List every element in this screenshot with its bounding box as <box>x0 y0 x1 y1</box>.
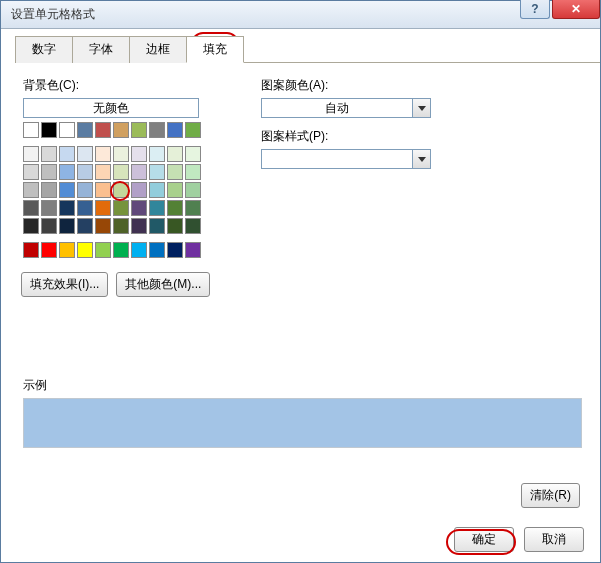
color-swatch[interactable] <box>113 218 129 234</box>
color-swatch[interactable] <box>131 122 147 138</box>
tab-numbers[interactable]: 数字 <box>15 36 73 63</box>
color-swatch[interactable] <box>23 146 39 162</box>
pattern-style-value <box>262 150 412 168</box>
color-swatch[interactable] <box>167 122 183 138</box>
color-swatch[interactable] <box>131 146 147 162</box>
color-swatch[interactable] <box>95 146 111 162</box>
color-swatch[interactable] <box>113 146 129 162</box>
color-swatch[interactable] <box>77 200 93 216</box>
color-swatch[interactable] <box>41 182 57 198</box>
color-swatch[interactable] <box>113 200 129 216</box>
more-colors-button[interactable]: 其他颜色(M)... <box>116 272 210 297</box>
titlebar: 设置单元格格式 ? ✕ <box>1 1 600 29</box>
color-swatch[interactable] <box>59 200 75 216</box>
color-swatch[interactable] <box>113 242 129 258</box>
example-swatch <box>23 398 582 448</box>
color-swatch[interactable] <box>41 146 57 162</box>
color-grid-theme-top <box>23 122 201 138</box>
background-color-panel: 背景色(C): 无颜色 <box>23 77 201 258</box>
close-button[interactable]: ✕ <box>552 0 600 19</box>
color-swatch[interactable] <box>131 200 147 216</box>
color-swatch[interactable] <box>77 122 93 138</box>
chevron-down-icon[interactable] <box>412 99 430 117</box>
chevron-down-icon[interactable] <box>412 150 430 168</box>
tab-strip: 数字 字体 边框 填充 <box>15 35 600 63</box>
tab-border[interactable]: 边框 <box>129 36 187 63</box>
cancel-button[interactable]: 取消 <box>524 527 584 552</box>
color-swatch[interactable] <box>113 164 129 180</box>
color-swatch[interactable] <box>95 200 111 216</box>
dialog-content: 背景色(C): 无颜色 图案颜色(A): 自动 图案样式(P): <box>1 63 600 258</box>
color-swatch[interactable] <box>23 122 39 138</box>
fill-effects-button[interactable]: 填充效果(I)... <box>21 272 108 297</box>
color-swatch[interactable] <box>95 182 111 198</box>
pattern-style-label: 图案样式(P): <box>261 128 431 145</box>
color-swatch[interactable] <box>95 164 111 180</box>
color-swatch[interactable] <box>59 218 75 234</box>
color-swatch[interactable] <box>149 218 165 234</box>
color-swatch[interactable] <box>185 164 201 180</box>
color-swatch[interactable] <box>185 122 201 138</box>
pattern-color-value: 自动 <box>262 99 412 117</box>
color-swatch[interactable] <box>41 218 57 234</box>
help-button[interactable]: ? <box>520 0 550 19</box>
color-swatch[interactable] <box>131 182 147 198</box>
color-swatch[interactable] <box>149 122 165 138</box>
color-swatch[interactable] <box>167 200 183 216</box>
color-swatch[interactable] <box>95 218 111 234</box>
color-swatch[interactable] <box>167 164 183 180</box>
color-swatch[interactable] <box>23 242 39 258</box>
color-swatch[interactable] <box>113 182 129 198</box>
color-swatch[interactable] <box>149 182 165 198</box>
color-swatch[interactable] <box>41 242 57 258</box>
color-swatch[interactable] <box>59 182 75 198</box>
color-swatch[interactable] <box>131 218 147 234</box>
color-swatch[interactable] <box>149 242 165 258</box>
no-color-button[interactable]: 无颜色 <box>23 98 199 118</box>
color-swatch[interactable] <box>77 242 93 258</box>
color-swatch[interactable] <box>59 242 75 258</box>
color-swatch[interactable] <box>149 164 165 180</box>
pattern-color-combo[interactable]: 自动 <box>261 98 431 118</box>
tab-font[interactable]: 字体 <box>72 36 130 63</box>
color-swatch[interactable] <box>113 122 129 138</box>
color-swatch[interactable] <box>59 122 75 138</box>
color-swatch[interactable] <box>59 164 75 180</box>
color-swatch[interactable] <box>149 200 165 216</box>
color-swatch[interactable] <box>23 200 39 216</box>
color-swatch[interactable] <box>41 200 57 216</box>
color-swatch[interactable] <box>23 218 39 234</box>
color-swatch[interactable] <box>77 164 93 180</box>
pattern-style-combo[interactable] <box>261 149 431 169</box>
color-swatch[interactable] <box>23 182 39 198</box>
color-swatch[interactable] <box>185 218 201 234</box>
color-swatch[interactable] <box>167 182 183 198</box>
color-swatch[interactable] <box>167 242 183 258</box>
color-swatch[interactable] <box>185 200 201 216</box>
color-swatch[interactable] <box>185 182 201 198</box>
color-swatch[interactable] <box>41 122 57 138</box>
color-swatch[interactable] <box>185 146 201 162</box>
color-swatch[interactable] <box>167 146 183 162</box>
color-swatch[interactable] <box>131 242 147 258</box>
color-swatch[interactable] <box>167 218 183 234</box>
color-swatch[interactable] <box>185 242 201 258</box>
window-title: 设置单元格格式 <box>11 6 95 23</box>
pattern-panel: 图案颜色(A): 自动 图案样式(P): <box>261 77 431 258</box>
color-swatch[interactable] <box>149 146 165 162</box>
color-swatch[interactable] <box>95 242 111 258</box>
color-swatch[interactable] <box>23 164 39 180</box>
color-swatch[interactable] <box>59 146 75 162</box>
format-cells-dialog: 设置单元格格式 ? ✕ 数字 字体 边框 填充 背景色(C): 无颜色 图案颜色… <box>0 0 601 563</box>
color-swatch[interactable] <box>77 146 93 162</box>
color-swatch[interactable] <box>77 218 93 234</box>
example-section: 示例 <box>23 377 582 448</box>
clear-button[interactable]: 清除(R) <box>521 483 580 508</box>
tab-fill[interactable]: 填充 <box>186 36 244 63</box>
color-swatch[interactable] <box>95 122 111 138</box>
ok-button[interactable]: 确定 <box>454 527 514 552</box>
color-swatch[interactable] <box>77 182 93 198</box>
color-swatch[interactable] <box>41 164 57 180</box>
titlebar-buttons: ? ✕ <box>520 0 600 19</box>
color-swatch[interactable] <box>131 164 147 180</box>
